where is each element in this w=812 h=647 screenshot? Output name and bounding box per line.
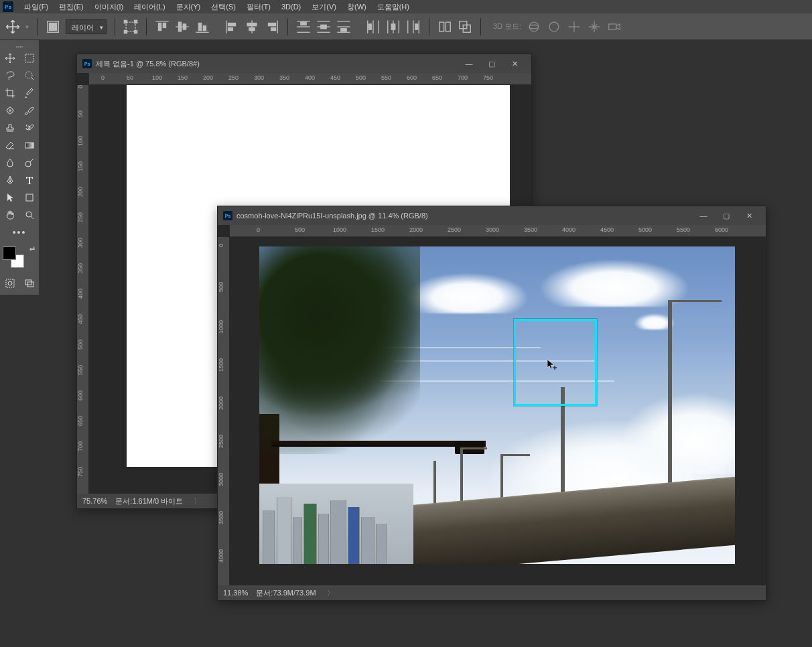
ruler-vertical[interactable]: 05001000150020002500300035004000 (218, 237, 230, 585)
cloud-shape (621, 394, 735, 474)
titlebar[interactable]: Ps cosmoh-love-Ni4ZiPRu15I-unsplash.jpg … (218, 206, 766, 225)
move-tool[interactable] (0, 50, 19, 67)
canvas-area[interactable] (230, 237, 766, 585)
svg-rect-48 (415, 23, 418, 29)
align-right-icon[interactable] (265, 19, 279, 34)
crop-tool[interactable] (0, 84, 19, 102)
distribute-right-icon[interactable] (406, 19, 421, 34)
maximize-button[interactable]: ▢ (480, 56, 503, 72)
menu-type[interactable]: 문자(Y) (171, 1, 206, 13)
3d-orbit-icon[interactable] (527, 19, 541, 34)
more-tools-icon[interactable]: ••• (0, 224, 39, 241)
eraser-tool[interactable] (0, 137, 19, 154)
type-tool[interactable] (19, 171, 39, 189)
svg-rect-36 (341, 28, 346, 31)
svg-rect-57 (25, 54, 33, 62)
menu-filter[interactable]: 필터(T) (241, 1, 276, 13)
menu-window[interactable]: 창(W) (342, 1, 372, 13)
autoselect-target-dropdown[interactable]: 레이어 (66, 19, 107, 34)
menu-help[interactable]: 도움말(H) (372, 1, 415, 13)
svg-point-62 (9, 181, 11, 182)
distribute-hcenter-icon[interactable] (386, 19, 401, 34)
svg-rect-40 (368, 23, 371, 29)
svg-rect-21 (249, 27, 255, 30)
move-tool-icon[interactable] (5, 19, 20, 34)
auto-select-icon[interactable] (46, 19, 60, 34)
gradient-tool[interactable] (19, 137, 39, 154)
status-more-icon[interactable]: 〉 (194, 496, 201, 506)
svg-rect-50 (446, 22, 450, 31)
ruler-horizontal[interactable]: 0500100015002000250030003500400045005000… (230, 225, 766, 237)
svg-rect-15 (203, 25, 206, 30)
zoom-tool[interactable] (19, 206, 39, 224)
lamp-arm (460, 447, 487, 449)
svg-rect-49 (439, 22, 444, 31)
svg-rect-63 (26, 194, 33, 201)
menu-edit[interactable]: 편집(E) (54, 1, 89, 13)
auto-align-icon[interactable] (437, 19, 452, 34)
distribute-vcenter-icon[interactable] (316, 19, 331, 34)
menu-3d[interactable]: 3D(D) (276, 1, 306, 12)
brush-tool[interactable] (19, 102, 39, 119)
svg-rect-9 (163, 23, 165, 27)
minimize-button[interactable]: — (692, 208, 715, 224)
ruler-horizontal[interactable]: 0501001502002503003504004505005506006507… (89, 73, 531, 85)
status-prefix: 문서: (115, 497, 132, 505)
minimize-button[interactable]: — (458, 56, 480, 72)
eyedropper-tool[interactable] (19, 84, 39, 102)
canvas-image[interactable] (259, 246, 735, 564)
zoom-value[interactable]: 11.38% (223, 589, 248, 597)
3d-camera-icon[interactable] (607, 19, 622, 34)
close-button[interactable]: ✕ (503, 56, 526, 72)
screenmode-tool[interactable] (19, 275, 39, 292)
menu-layer[interactable]: 레이어(L) (129, 1, 170, 13)
transform-controls-icon[interactable] (123, 19, 138, 34)
traffic-arm-shadow (271, 445, 486, 447)
menu-view[interactable]: 보기(V) (306, 1, 342, 13)
lasso-tool[interactable] (0, 67, 19, 84)
distribute-bottom-icon[interactable] (336, 19, 351, 34)
titlebar[interactable]: Ps 제목 없음-1 @ 75.8% (RGB/8#) — ▢ ✕ (77, 54, 531, 73)
panel-grip-icon[interactable]: •••• (0, 43, 39, 50)
buildings (259, 484, 413, 564)
svg-point-64 (26, 212, 31, 217)
marquee-tool[interactable] (19, 50, 39, 67)
align-vcenter-icon[interactable] (175, 19, 190, 34)
align-bottom-icon[interactable] (195, 19, 210, 34)
align-top-icon[interactable] (155, 19, 170, 34)
swap-colors-icon[interactable]: ⇄ (29, 245, 35, 253)
quick-select-tool[interactable] (19, 67, 39, 84)
blur-tool[interactable] (0, 154, 19, 171)
quickmask-tool[interactable] (0, 275, 19, 292)
hand-tool[interactable] (0, 206, 19, 224)
menu-select[interactable]: 선택(S) (206, 1, 241, 13)
color-swatches[interactable]: ⇄ (0, 245, 39, 272)
svg-rect-11 (179, 22, 182, 31)
align-left-icon[interactable] (224, 19, 239, 34)
pen-tool[interactable] (0, 171, 19, 189)
stamp-tool[interactable] (0, 119, 19, 137)
zoom-value[interactable]: 75.76% (82, 497, 107, 505)
svg-rect-60 (25, 143, 33, 148)
distribute-left-icon[interactable] (366, 19, 381, 34)
path-select-tool[interactable] (0, 189, 19, 206)
svg-rect-6 (135, 30, 137, 33)
menu-file[interactable]: 파일(F) (19, 1, 54, 13)
foreground-color-swatch[interactable] (3, 246, 16, 260)
history-brush-tool[interactable] (19, 119, 39, 137)
3d-roll-icon[interactable] (547, 19, 561, 34)
dodge-tool[interactable] (19, 154, 39, 171)
distribute-top-icon[interactable] (296, 19, 311, 34)
menu-image[interactable]: 이미지(I) (89, 1, 129, 13)
healing-tool[interactable] (0, 102, 19, 119)
3d-pan-icon[interactable] (567, 19, 582, 34)
status-more-icon[interactable]: 〉 (327, 588, 334, 598)
document-window-image[interactable]: Ps cosmoh-love-Ni4ZiPRu15I-unsplash.jpg … (217, 206, 766, 601)
align-hcenter-icon[interactable] (245, 19, 259, 34)
maximize-button[interactable]: ▢ (715, 208, 738, 224)
close-button[interactable]: ✕ (738, 208, 760, 224)
3d-slide-icon[interactable] (587, 19, 602, 34)
ruler-vertical[interactable]: 0501001502002503003504004505005506006507… (77, 85, 89, 494)
shape-tool[interactable] (19, 189, 39, 206)
auto-blend-icon[interactable] (458, 19, 472, 34)
